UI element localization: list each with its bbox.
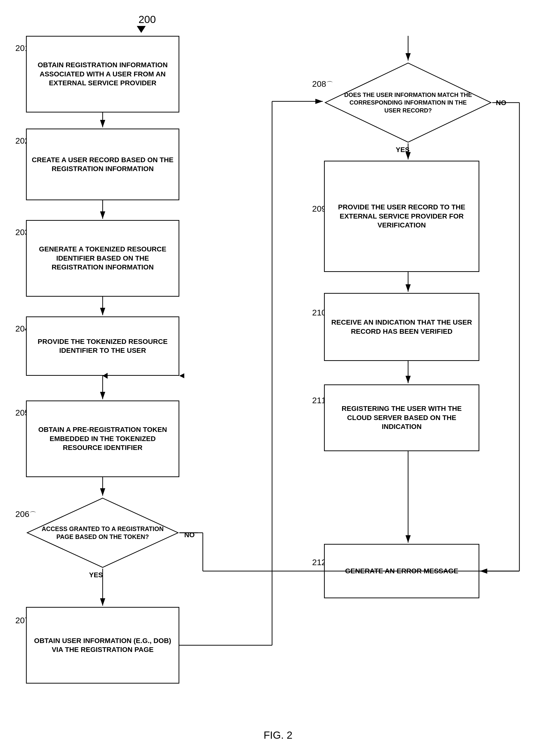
title-arrow	[137, 26, 146, 33]
figure-label: FIG. 2	[264, 729, 292, 741]
box-210: RECEIVE AN INDICATION THAT THE USER RECO…	[324, 293, 479, 361]
svg-marker-26	[179, 373, 184, 378]
no-label-206: NO	[184, 531, 195, 539]
diagram-number: 200	[139, 13, 156, 26]
box-204: PROVIDE THE TOKENIZED RESOURCE IDENTIFIE…	[26, 317, 179, 376]
diagram-container: 200 201⌒ OBTAIN REGISTRATION INFORMATION…	[0, 0, 556, 756]
box-202: CREATE A USER RECORD BASED ON THE REGIST…	[26, 129, 179, 200]
box-201: OBTAIN REGISTRATION INFORMATION ASSOCIAT…	[26, 36, 179, 112]
diamond-208: DOES THE USER INFORMATION MATCH THE CORR…	[324, 62, 492, 143]
box-203: GENERATE A TOKENIZED RESOURCE IDENTIFIER…	[26, 220, 179, 297]
no-label-208: NO	[496, 99, 506, 107]
yes-label-208: YES	[396, 146, 410, 154]
box-209: PROVIDE THE USER RECORD TO THE EXTERNAL …	[324, 161, 479, 272]
box-211: REGISTERING THE USER WITH THE CLOUD SERV…	[324, 385, 479, 451]
box-212: GENERATE AN ERROR MESSAGE	[324, 544, 479, 598]
yes-label-206: YES	[89, 571, 103, 579]
diamond-206: ACCESS GRANTED TO A REGISTRATION PAGE BA…	[26, 497, 179, 569]
box-205: OBTAIN A PRE-REGISTRATION TOKEN EMBEDDED…	[26, 400, 179, 477]
box-207: OBTAIN USER INFORMATION (E.G., DOB) VIA …	[26, 607, 179, 684]
